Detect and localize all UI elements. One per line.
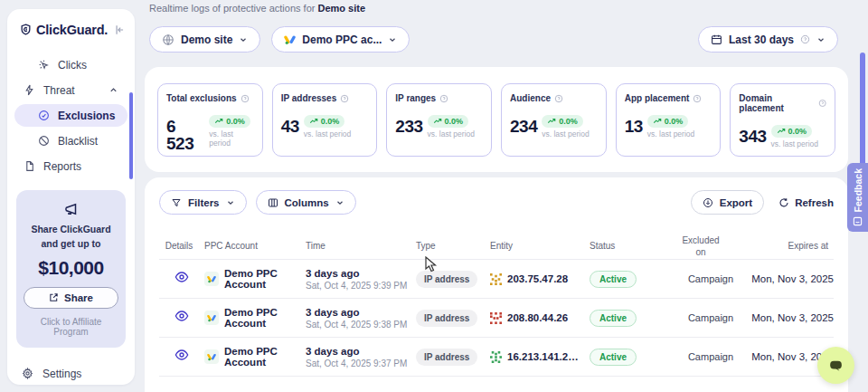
feedback-tab[interactable]: Feedback (847, 163, 868, 232)
stat-label: App placement (625, 93, 690, 103)
app-logo-text: ClickGuard. (36, 23, 108, 37)
google-ads-icon (204, 272, 219, 286)
chevron-down-icon (388, 35, 397, 44)
share-button-label: Share (64, 292, 93, 303)
logs-table-panel: Filters Columns Export Refresh Details P… (145, 177, 848, 392)
affiliate-promo-card[interactable]: Share ClickGuard and get up to $10,000 S… (16, 190, 126, 348)
help-circle-icon[interactable] (439, 94, 448, 103)
stat-card-ip-addresses: IP addresses 43 0.0% vs. last period (272, 83, 378, 157)
chevron-down-icon (239, 35, 248, 44)
sidebar-item-label: Clicks (58, 59, 87, 72)
sidebar-item-blacklist[interactable]: Blacklist (14, 129, 127, 152)
check-circle-icon (38, 110, 50, 121)
promo-amount: $10,000 (24, 257, 118, 279)
page-title-site: Demo site (317, 3, 365, 14)
columns-button[interactable]: Columns (256, 190, 356, 215)
sidebar-item-reports[interactable]: Reports (14, 155, 127, 177)
ip-identicon (490, 351, 502, 363)
ppc-filter-value: Demo PPC ac... (302, 33, 382, 46)
sidebar-item-threat[interactable]: Threat (14, 79, 127, 101)
refresh-button-label: Refresh (795, 197, 834, 208)
sidebar-item-exclusions[interactable]: Exclusions (14, 104, 127, 127)
refresh-icon (778, 197, 789, 208)
row-details-eye-icon[interactable] (175, 270, 189, 284)
expires-at-cell: Mon, Nov 3, 2025 (745, 312, 834, 323)
megaphone-icon (63, 201, 80, 217)
table-row: Demo PPC Account 3 days ago Sat, Oct 4, … (159, 338, 834, 377)
stats-panel: Total exclusions 6 523 0.0% vs. last per… (145, 67, 848, 172)
feedback-label: Feedback (853, 168, 863, 212)
sidebar: ClickGuard. Clicks Threat Exclusions Bla… (7, 9, 135, 385)
stats-cards: Total exclusions 6 523 0.0% vs. last per… (145, 67, 848, 173)
stat-caption: vs. last period (647, 129, 694, 139)
collapse-sidebar-icon[interactable] (113, 24, 126, 36)
table-header-row: Details PPC Account Time Type Entity Sta… (159, 233, 834, 260)
filters-button[interactable]: Filters (159, 190, 247, 215)
help-circle-icon[interactable] (693, 94, 702, 103)
status-badge: Active (590, 349, 637, 366)
help-circle-icon[interactable] (818, 99, 826, 108)
stat-caption: vs. last period (542, 129, 589, 139)
feedback-smiley-icon (853, 216, 863, 226)
stat-card-domain-placement: Domain placement 343 0.0% vs. last perio… (730, 83, 835, 157)
document-icon (24, 160, 35, 172)
stat-value: 234 (510, 118, 537, 135)
columns-button-label: Columns (285, 197, 329, 208)
chat-launcher-button[interactable] (817, 347, 854, 384)
row-details-eye-icon[interactable] (175, 309, 189, 323)
excluded-on-cell: Campaign (676, 273, 745, 284)
trend-badge: 0.0% (542, 115, 583, 128)
table-toolbar: Filters Columns Export Refresh (145, 177, 848, 224)
site-filter-value: Demo site (181, 33, 232, 46)
chevron-down-icon (816, 35, 826, 44)
type-badge: IP address (416, 271, 477, 288)
stat-caption: vs. last period (771, 139, 818, 148)
stat-label: IP addresses (281, 93, 337, 103)
stat-caption: vs. last period (428, 129, 475, 139)
trending-up-icon (433, 117, 442, 126)
ppc-account-cell: Demo PPC Account (204, 268, 306, 290)
site-filter-dropdown[interactable]: Demo site (149, 26, 260, 53)
stat-value: 43 (281, 118, 299, 135)
external-link-icon (49, 292, 59, 302)
page-scrollbar[interactable] (860, 53, 865, 167)
date-range-dropdown[interactable]: Last 30 days (698, 26, 838, 53)
type-badge: IP address (416, 310, 477, 327)
stat-label: Domain placement (739, 93, 814, 113)
logo-row: ClickGuard. (7, 9, 135, 46)
refresh-button[interactable]: Refresh (778, 197, 834, 208)
stat-card-ip-ranges: IP ranges 233 0.0% vs. last period (386, 83, 492, 157)
calendar-icon (711, 33, 722, 45)
share-button[interactable]: Share (24, 287, 118, 309)
column-header-status: Status (590, 241, 676, 251)
chevron-down-icon (226, 198, 235, 207)
export-button[interactable]: Export (691, 190, 764, 215)
entity-cell: 208.80.44.26 (490, 312, 590, 324)
chat-bubble-icon (827, 357, 844, 374)
ppc-account-filter-dropdown[interactable]: Demo PPC ac... (271, 26, 410, 53)
time-cell: 3 days ago Sat, Oct 4, 2025 9:38 PM (306, 307, 416, 330)
expires-at-cell: Mon, Nov 3, 2025 (745, 273, 834, 284)
sidebar-item-clicks[interactable]: Clicks (14, 53, 127, 76)
table-row: Demo PPC Account 3 days ago Sat, Oct 4, … (159, 260, 834, 299)
logs-table: Details PPC Account Time Type Entity Sta… (145, 224, 848, 377)
status-badge: Active (590, 310, 637, 327)
stat-value: 6 523 (166, 118, 204, 152)
stat-label: Total exclusions (166, 93, 237, 103)
stat-caption: vs. last period (304, 129, 351, 139)
trending-up-icon (547, 117, 556, 126)
sidebar-item-settings[interactable]: Settings (7, 368, 135, 380)
help-circle-icon[interactable] (340, 94, 349, 103)
stat-label: Audience (510, 93, 551, 103)
row-details-eye-icon[interactable] (175, 348, 189, 362)
stat-caption: vs. last period (209, 129, 253, 148)
trend-badge: 0.0% (428, 115, 469, 128)
help-circle-icon[interactable] (241, 94, 250, 103)
entity-cell: 203.75.47.28 (490, 273, 590, 285)
stat-value: 13 (625, 118, 643, 135)
stat-value: 343 (739, 128, 766, 145)
sidebar-scrollbar[interactable] (129, 92, 133, 179)
column-header-ppc-account: PPC Account (204, 241, 306, 251)
excluded-on-cell: Campaign (676, 312, 745, 323)
help-circle-icon[interactable] (554, 94, 563, 103)
